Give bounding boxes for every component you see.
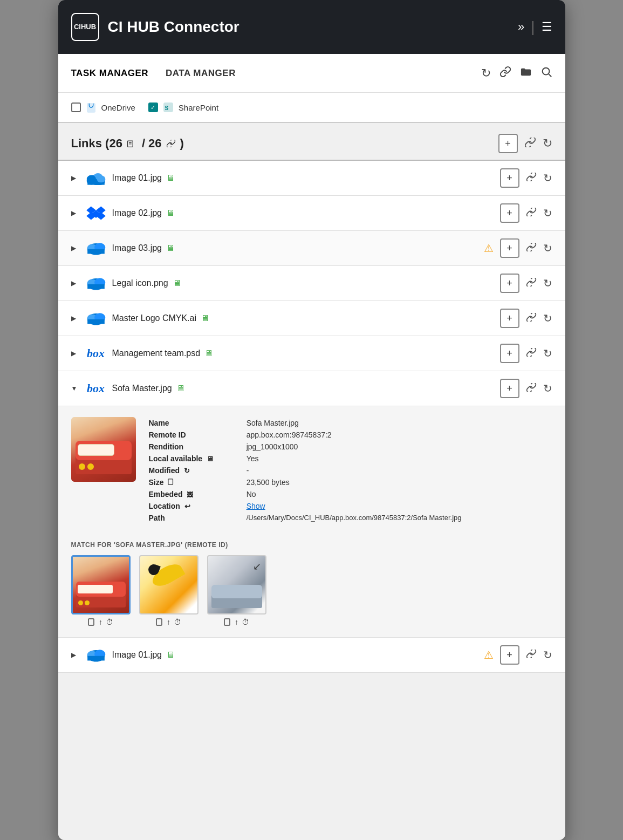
upload-icon[interactable]: ↑ [167,618,170,626]
toolbar: TASK MANAGER DATA MANGER ↻ [58,54,565,93]
match-item[interactable]: ↑ ⏱ [139,555,198,626]
clock-icon[interactable]: ⏱ [106,618,113,626]
source-onedrive[interactable]: OneDrive [71,101,135,113]
expand-arrow[interactable]: ▶ [71,651,80,659]
upload-icon[interactable]: ↑ [235,618,238,626]
file-refresh-icon[interactable]: ↻ [543,172,552,185]
file-link-icon[interactable] [526,208,537,218]
links-add-button[interactable]: + [498,134,518,153]
file-link-icon[interactable] [526,650,537,660]
meta-path-value: /Users/Mary/Docs/CI_HUB/app.box.com/9874… [247,512,552,524]
links-header-actions: + ↻ [498,134,552,153]
file-link-icon[interactable] [526,383,537,394]
file-list: ▶ Image 0 [58,161,565,673]
file-refresh-icon[interactable]: ↻ [543,648,552,661]
folder-icon[interactable] [520,66,532,80]
tab-data-manager[interactable]: DATA MANGER [166,68,236,79]
file-row[interactable]: ▶ Image 01.jpg 🖥 [58,638,565,673]
header-divider: | [531,18,535,36]
menu-icon[interactable]: ☰ [542,20,552,34]
file-refresh-icon[interactable]: ↻ [543,312,552,325]
app-title: CI HUB Connector [108,18,239,36]
search-icon[interactable] [540,66,552,81]
clock-icon[interactable]: ⏱ [174,618,181,626]
svg-rect-34 [88,619,94,625]
file-add-button[interactable]: + [500,238,519,258]
expand-arrow-down[interactable]: ▼ [71,385,80,392]
expand-arrow[interactable]: ▶ [71,174,80,182]
file-add-button[interactable]: + [500,379,519,398]
match-item[interactable]: ↙ ↑ ⏱ [207,555,266,626]
file-link-icon[interactable] [526,313,537,324]
svg-point-0 [542,67,549,74]
file-row[interactable]: ▶ Image 0 [58,161,565,196]
cloud-icon-onedrive [86,238,106,258]
header-left: CIHUB CI HUB Connector [71,13,239,41]
cloud-icon-onedrive [86,645,106,665]
monitor-icon: 🖥 [166,173,175,183]
link-icon[interactable] [499,66,511,81]
file-link-icon[interactable] [526,243,537,254]
match-thumb-1[interactable] [71,555,131,614]
refresh-icon[interactable]: ↻ [481,66,491,80]
expand-arrow[interactable]: ▶ [71,244,80,252]
meta-remote-id-label: Remote ID [149,429,247,441]
match-items: ↑ ⏱ [71,555,552,626]
expand-arrow[interactable]: ▶ [71,209,80,217]
links-link-icon[interactable] [524,138,536,150]
cloud-icon-dropbox [86,203,106,223]
onedrive-checkbox[interactable] [71,103,81,112]
file-link-icon[interactable] [526,348,537,359]
svg-rect-2 [87,104,95,113]
meta-path-label: Path [149,512,247,524]
forward-icon[interactable]: » [518,20,524,34]
file-add-button[interactable]: + [500,203,519,223]
links-refresh-icon[interactable]: ↻ [543,136,552,151]
links-header: Links (26 / 26 ) + ↻ [58,123,565,161]
file-add-button[interactable]: + [500,274,519,293]
doc-icon [156,618,163,626]
file-refresh-icon[interactable]: ↻ [543,277,552,290]
toolbar-actions: ↻ [481,66,552,81]
file-row[interactable]: ▶ box Management team.psd 🖥 + ↻ [58,336,565,371]
file-link-icon[interactable] [526,278,537,289]
meta-local-value: Yes [247,453,552,465]
header-right: » | ☰ [518,18,552,36]
sharepoint-checkbox[interactable]: ✓ [148,103,158,112]
link-count-icon [166,140,176,147]
cloud-icon-box: box [86,344,106,363]
expand-arrow[interactable]: ▶ [71,315,80,322]
file-refresh-icon[interactable]: ↻ [543,242,552,255]
match-thumb-2[interactable] [139,555,198,614]
match-item[interactable]: ↑ ⏱ [71,555,131,626]
file-refresh-icon[interactable]: ↻ [543,347,552,360]
file-add-button[interactable]: + [500,168,519,188]
file-add-button[interactable]: + [500,344,519,363]
onedrive-icon [85,101,97,113]
file-refresh-icon[interactable]: ↻ [543,207,552,220]
file-name: Legal icon.png 🖥 [112,278,181,288]
source-sharepoint[interactable]: ✓ S SharePoint [148,101,218,113]
svg-rect-33 [168,479,173,484]
file-link-icon[interactable] [526,173,537,183]
sharepoint-label: SharePoint [179,103,218,112]
match-thumb-3[interactable]: ↙ [207,555,266,614]
clock-icon[interactable]: ⏱ [242,618,249,626]
file-row[interactable]: ▶ Master Logo CMYK.ai 🖥 [58,301,565,336]
upload-icon[interactable]: ↑ [99,618,102,626]
file-expanded-header[interactable]: ▼ box Sofa Master.jpg 🖥 + ↻ [58,371,565,406]
expand-arrow[interactable]: ▶ [71,350,80,357]
meta-location-value[interactable]: Show [247,500,552,512]
file-refresh-icon[interactable]: ↻ [543,382,552,395]
tab-task-manager[interactable]: TASK MANAGER [71,68,149,79]
svg-text:S: S [165,105,168,111]
file-row[interactable]: ▶ Legal icon.png 🖥 [58,266,565,301]
file-add-button[interactable]: + [500,645,519,665]
ci-hub-logo: CIHUB [71,13,99,41]
file-add-button[interactable]: + [500,309,519,328]
file-expanded-section: ▼ box Sofa Master.jpg 🖥 + ↻ [58,371,565,638]
file-name-expanded: Sofa Master.jpg 🖥 [112,384,185,393]
expand-arrow[interactable]: ▶ [71,279,80,287]
file-row[interactable]: ▶ Image 02.jpg 🖥 [58,196,565,231]
file-row[interactable]: ▶ Image 03.jpg 🖥 [58,231,565,266]
